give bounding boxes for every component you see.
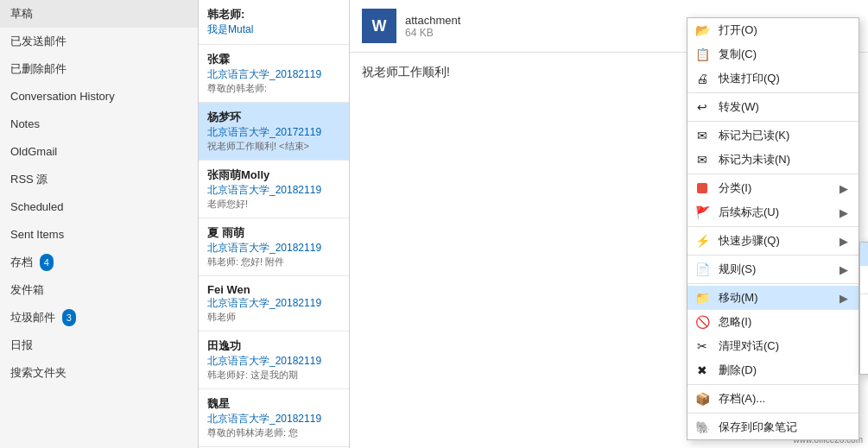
email-preview-7: 尊敬的韩林涛老师: 您 — [207, 426, 340, 439]
sidebar-item-search-folder[interactable]: 搜索文件夹 — [0, 359, 198, 387]
email-preview-4: 韩老师: 您好! 附件 — [207, 256, 340, 268]
mark-read-icon: ✉ — [694, 128, 710, 143]
context-menu-copy[interactable]: 📋 复制(C) — [687, 42, 858, 66]
sidebar-item-conversation-history[interactable]: Conversation History — [0, 83, 198, 110]
submenu-item-copy-to-folder[interactable]: 📋 复制到文件夹(C)... — [860, 322, 868, 348]
copy-icon: 📋 — [694, 47, 710, 62]
email-sender-1: 张霖 — [207, 52, 340, 67]
sidebar-item-sent[interactable]: 已发送邮件 — [0, 28, 198, 55]
print-icon: 🖨 — [694, 71, 710, 86]
context-menu-archive[interactable]: 📦 存档(A)... — [687, 387, 858, 411]
context-menu-forward[interactable]: ↩ 转发(W) — [687, 95, 858, 119]
email-item-2[interactable]: 杨梦环 北京语言大学_20172119 祝老师工作顺利! <结束> — [199, 103, 349, 161]
email-subject-6: 北京语言大学_20182119 — [207, 354, 340, 369]
ignore-icon: 🚫 — [694, 314, 710, 330]
categorize-arrow: ▶ — [839, 182, 848, 195]
email-item-7[interactable]: 魏星 北京语言大学_20182119 尊敬的韩林涛老师: 您 — [199, 389, 349, 447]
email-sender-0: 韩老师: — [207, 7, 340, 22]
context-menu-evernote[interactable]: 🐘 保存到印象笔记 — [687, 415, 858, 439]
email-subject-4: 北京语言大学_20182119 — [207, 241, 340, 256]
email-sender-6: 田逸功 — [207, 338, 340, 354]
separator-6 — [687, 283, 858, 284]
forward-icon: ↩ — [694, 99, 710, 115]
context-menu-clean[interactable]: ✂ 清理对话(C) — [687, 334, 858, 358]
email-sender-5: Fei Wen — [207, 283, 340, 296]
context-menu-delete[interactable]: ✖ 删除(D) — [687, 358, 858, 382]
email-item-6[interactable]: 田逸功 北京语言大学_20182119 韩老师好: 这是我的期 — [199, 331, 349, 389]
separator-4 — [687, 226, 858, 227]
context-menu: 📂 打开(O) 📋 复制(C) 🖨 快速打印(Q) ↩ 转发(W) ✉ 标记为已… — [687, 17, 859, 440]
sidebar-item-daily[interactable]: 日报 — [0, 331, 198, 359]
email-item-3[interactable]: 张雨萌Molly 北京语言大学_20182119 老师您好! — [199, 161, 349, 218]
sidebar-item-sent-items[interactable]: Sent Items — [0, 221, 198, 249]
sidebar-item-deleted[interactable]: 已删除邮件 — [0, 55, 198, 83]
preview-pane: W attachment 64 KB 祝老师工作顺利! 📂 打开(O) 📋 复制… — [350, 0, 868, 448]
context-menu-move[interactable]: 📁 移动(M) ▶ — [687, 286, 858, 310]
delete-icon: ✖ — [694, 363, 710, 378]
email-item-0[interactable]: 韩老师: 我是Mutal — [199, 0, 349, 45]
email-sender-3: 张雨萌Molly — [207, 167, 340, 183]
clean-icon: ✂ — [694, 338, 710, 354]
sidebar-item-junk[interactable]: 垃圾邮件 3 — [0, 304, 198, 331]
context-menu-quickprint[interactable]: 🖨 快速打印(Q) — [687, 66, 858, 91]
quickstep-icon: ⚡ — [694, 233, 710, 249]
separator-5 — [687, 255, 858, 256]
sidebar-item-outbox[interactable]: 发件箱 — [0, 276, 198, 304]
sidebar-item-rss[interactable]: RSS 源 — [0, 166, 198, 193]
email-list: 韩老师: 我是Mutal 张霖 北京语言大学_20182119 尊敬的韩老师: … — [199, 0, 350, 448]
archive-icon: 📦 — [694, 391, 710, 407]
separator-1 — [687, 92, 858, 93]
email-subject-1: 北京语言大学_20182119 — [207, 67, 340, 82]
email-preview-2: 祝老师工作顺利! <结束> — [207, 140, 340, 153]
rules-icon: 📄 — [694, 262, 710, 277]
context-menu-rules[interactable]: 📄 规则(S) ▶ — [687, 257, 858, 281]
context-menu-mark-read[interactable]: ✉ 标记为已读(K) — [687, 123, 858, 148]
context-menu-mark-unread[interactable]: ✉ 标记为未读(N) — [687, 148, 858, 172]
evernote-icon: 🐘 — [694, 420, 710, 435]
junk-badge: 3 — [62, 309, 76, 326]
email-preview-5: 韩老师 — [207, 311, 340, 324]
email-subject-3: 北京语言大学_20182119 — [207, 183, 340, 198]
followup-icon: 🚩 — [694, 205, 710, 220]
context-menu-quickstep[interactable]: ⚡ 快速步骤(Q) ▶ — [687, 229, 858, 253]
email-item-1[interactable]: 张霖 北京语言大学_20182119 尊敬的韩老师: — [199, 45, 349, 103]
submenu-item-other-folder[interactable]: 📂 其他文件夹(O)... — [860, 296, 868, 322]
separator-3 — [687, 174, 858, 174]
attachment-info: attachment 64 KB — [405, 14, 460, 39]
email-item-4[interactable]: 夏 雨萌 北京语言大学_20182119 韩老师: 您好! 附件 — [199, 218, 349, 276]
quickstep-arrow: ▶ — [839, 235, 848, 248]
email-subject-2: 北京语言大学_20172119 — [207, 125, 340, 140]
email-sender-2: 杨梦环 — [207, 110, 340, 125]
sidebar-item-drafts[interactable]: 草稿 — [0, 0, 198, 28]
archive-badge: 4 — [40, 254, 54, 271]
attachment-type-icon: W — [362, 9, 396, 43]
categorize-icon — [697, 183, 707, 193]
sidebar-item-archive[interactable]: 存档 4 — [0, 249, 198, 276]
email-sender-4: 夏 雨萌 — [207, 225, 340, 241]
move-icon: 📁 — [694, 290, 710, 306]
sidebar: 草稿 已发送邮件 已删除邮件 Conversation History Note… — [0, 0, 199, 448]
submenu-move: 📁 attachment 📥 收件箱 📂 其他文件夹(O)... 📋 复制到文件… — [859, 242, 868, 375]
submenu-separator — [860, 293, 868, 294]
email-preview-3: 老师您好! — [207, 198, 340, 211]
move-arrow: ▶ — [839, 292, 848, 305]
separator-7 — [687, 384, 858, 385]
submenu-item-inbox[interactable]: 📥 收件箱 — [860, 266, 868, 292]
context-menu-open[interactable]: 📂 打开(O) — [687, 18, 858, 42]
submenu-item-attachment[interactable]: 📁 attachment — [860, 243, 868, 266]
context-menu-ignore[interactable]: 🚫 忽略(I) — [687, 310, 858, 334]
email-preview-1: 尊敬的韩老师: — [207, 82, 340, 95]
sidebar-item-notes[interactable]: Notes — [0, 110, 198, 138]
sidebar-item-scheduled[interactable]: Scheduled — [0, 193, 198, 221]
mark-unread-icon: ✉ — [694, 152, 710, 167]
email-subject-5: 北京语言大学_20182119 — [207, 296, 340, 311]
context-menu-categorize[interactable]: 分类(I) ▶ — [687, 176, 858, 200]
email-item-5[interactable]: Fei Wen 北京语言大学_20182119 韩老师 — [199, 276, 349, 331]
attachment-size: 64 KB — [405, 27, 460, 39]
context-menu-followup[interactable]: 🚩 后续标志(U) ▶ — [687, 200, 858, 224]
email-preview-6: 韩老师好: 这是我的期 — [207, 369, 340, 382]
separator-2 — [687, 121, 858, 122]
sidebar-item-oldgmail[interactable]: OldGmail — [0, 138, 198, 166]
submenu-item-always-move[interactable]: 📧 总是移动此对话中的邮件(A)... — [860, 348, 868, 374]
open-icon: 📂 — [694, 22, 710, 38]
